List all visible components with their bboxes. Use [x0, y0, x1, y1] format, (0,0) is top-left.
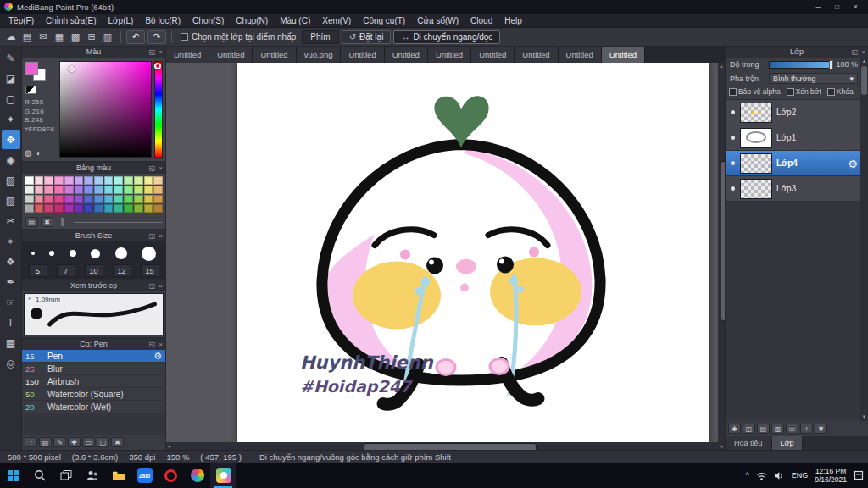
menu-Công cụ(T)[interactable]: Công cụ(T): [357, 14, 411, 28]
palette-swatch[interactable]: [144, 176, 153, 185]
redo-button[interactable]: ↷: [147, 30, 166, 44]
palette-swatch[interactable]: [104, 186, 114, 194]
notification-icon[interactable]: [854, 470, 864, 480]
layers-scrollbar[interactable]: ▲ ▼: [860, 58, 868, 421]
gradient-tool[interactable]: ▨: [2, 171, 20, 190]
close-icon[interactable]: ×: [159, 230, 163, 241]
visibility-icon[interactable]: [727, 110, 738, 114]
palette-swatch[interactable]: [35, 176, 44, 185]
saturation-value-picker[interactable]: [59, 61, 152, 158]
save-icon[interactable]: ▤: [19, 30, 35, 44]
palette-swatch[interactable]: [25, 204, 34, 213]
color-wheel-icon[interactable]: ◐: [36, 148, 42, 158]
edit-brush-icon[interactable]: ✎: [53, 437, 66, 447]
scissors-tool[interactable]: ✂: [2, 212, 20, 230]
canvas-tab-10[interactable]: Untitled: [602, 47, 645, 63]
palette-swatch[interactable]: [64, 204, 74, 213]
popout-icon[interactable]: ◱: [149, 339, 156, 350]
close-icon[interactable]: ×: [861, 47, 865, 58]
popout-icon[interactable]: ◱: [149, 230, 156, 241]
brush-item[interactable]: 150Airbrush: [22, 375, 165, 388]
palette-swatch[interactable]: [94, 176, 103, 185]
add-layer-icon[interactable]: ✚: [728, 424, 741, 434]
palette-swatch[interactable]: [124, 195, 133, 203]
menu-Help[interactable]: Help: [498, 14, 528, 28]
menu-Cửa sổ(W)[interactable]: Cửa sổ(W): [411, 14, 465, 28]
cloud-icon[interactable]: ☁: [3, 30, 19, 44]
palette-swatch[interactable]: [64, 176, 74, 185]
palette-swatch[interactable]: [124, 176, 133, 185]
layer-item[interactable]: Lớp1: [726, 125, 868, 151]
scroll-down-icon[interactable]: ▼: [860, 413, 868, 421]
move-tool[interactable]: ✥: [2, 130, 20, 149]
palette-swatch[interactable]: [153, 204, 163, 213]
scroll-left-icon[interactable]: ◂: [168, 443, 170, 449]
popout-icon[interactable]: ◱: [852, 47, 859, 58]
bw-color-swatch[interactable]: [25, 86, 36, 94]
network-icon[interactable]: [756, 471, 767, 480]
canvas-viewport[interactable]: HuynhThienn #Hoidap247 ▴: [166, 63, 725, 442]
layer-item[interactable]: Lớp3: [726, 176, 868, 202]
mail-icon[interactable]: ✉: [36, 30, 51, 44]
paint-app-button[interactable]: [184, 463, 210, 488]
canvas-tab-6[interactable]: Untitled: [428, 47, 471, 63]
palette-swatch[interactable]: [134, 176, 143, 185]
fill-rect-tool[interactable]: ▧: [2, 191, 20, 210]
divide-tool[interactable]: ❖: [2, 252, 20, 271]
people-button[interactable]: [79, 463, 105, 488]
palette-swatch[interactable]: [54, 176, 64, 185]
select-layer-on-click-checkbox[interactable]: Chọn một lớp tại điểm nhấp: [181, 32, 296, 42]
palette-swatch[interactable]: [134, 186, 143, 194]
text-tool[interactable]: T: [2, 313, 20, 332]
menu-Cloud[interactable]: Cloud: [465, 14, 498, 28]
menu-Xem(V)[interactable]: Xem(V): [316, 14, 357, 28]
bucket-tool[interactable]: ◉: [2, 151, 20, 169]
hand-tool[interactable]: ☞: [2, 293, 20, 312]
palette-swatch[interactable]: [44, 176, 53, 185]
gear-icon[interactable]: ⚙: [153, 351, 162, 362]
start-button[interactable]: [0, 463, 26, 488]
palette-swatch[interactable]: [64, 186, 74, 194]
palette-swatch[interactable]: [54, 186, 64, 194]
canvas-tab-8[interactable]: Untitled: [515, 47, 558, 63]
lasso-tool[interactable]: ⌖: [2, 232, 20, 251]
layer-option-checkbox[interactable]: Bảo vệ alpha: [729, 87, 781, 96]
zoom-tool[interactable]: ◎: [2, 354, 20, 373]
palette-swatch[interactable]: [54, 195, 64, 203]
pen-tool[interactable]: ✎: [2, 49, 20, 68]
palette-swatch[interactable]: [84, 186, 93, 194]
reset-button[interactable]: ↺ Đặt lại: [342, 30, 392, 44]
canvas-tab-4[interactable]: Untitled: [341, 47, 384, 63]
palette-swatch[interactable]: [144, 186, 153, 194]
zalo-button[interactable]: Zalo: [131, 463, 158, 488]
minimize-button[interactable]: ─: [810, 1, 826, 13]
task-view-button[interactable]: [53, 463, 79, 488]
scroll-right-icon[interactable]: ▸: [721, 443, 723, 449]
eraser-tool[interactable]: ◪: [2, 69, 20, 88]
upload-brush-icon[interactable]: ↑: [25, 437, 37, 447]
brush-preview-panel-header[interactable]: Xem trước cọ ◱×: [22, 280, 165, 291]
palette-swatch[interactable]: [84, 195, 93, 203]
palette-gradient-bar[interactable]: [74, 222, 162, 223]
layer-up-icon[interactable]: ↑: [800, 424, 813, 434]
brush-list-panel-header[interactable]: Cọ: Pen ◱×: [22, 339, 165, 350]
palette-swatch[interactable]: [44, 204, 53, 213]
canvas-tab-1[interactable]: Untitled: [209, 47, 253, 63]
search-button[interactable]: [26, 463, 53, 488]
merge-layer-icon[interactable]: ▥: [771, 424, 784, 434]
layer-item[interactable]: Lớp4⚙: [726, 151, 868, 176]
eyedropper-tool[interactable]: ✒: [2, 273, 20, 291]
palette-swatch[interactable]: [104, 204, 114, 213]
palette-swatch[interactable]: [75, 195, 84, 203]
close-icon[interactable]: ×: [159, 47, 163, 58]
palette-swatch[interactable]: [35, 195, 44, 203]
close-button[interactable]: ×: [848, 1, 864, 13]
close-icon[interactable]: ×: [159, 280, 163, 291]
layer-folder-icon[interactable]: ▤: [757, 424, 770, 434]
brush-size-dot[interactable]: [142, 247, 156, 261]
palette-swatch[interactable]: [54, 204, 64, 213]
visibility-icon[interactable]: [727, 136, 738, 140]
visibility-icon[interactable]: [727, 161, 738, 165]
palette-panel-header[interactable]: Bảng màu ◱×: [22, 163, 165, 174]
duplicate-layer-icon[interactable]: ◫: [743, 424, 755, 434]
